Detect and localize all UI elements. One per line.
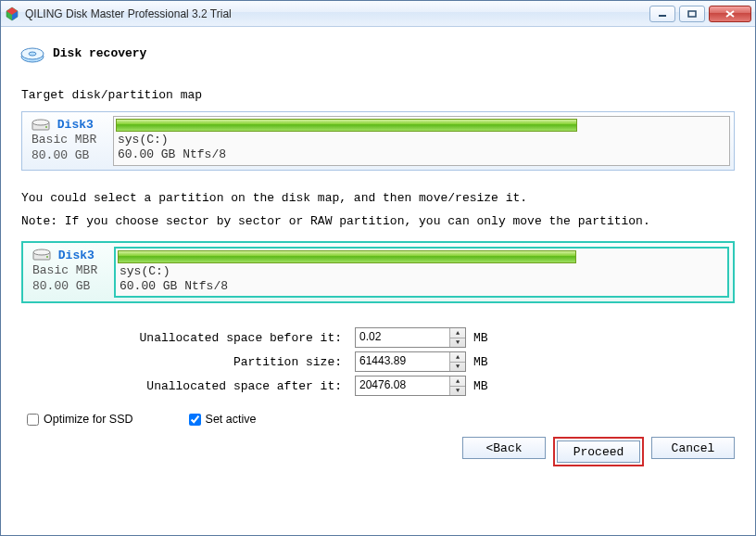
spinner-down-icon[interactable]: ▼: [450, 363, 465, 372]
disk-name: Disk3: [57, 118, 94, 132]
disk-type: Basic MBR: [32, 263, 108, 278]
proceed-button[interactable]: Proceed: [557, 440, 640, 463]
partition-size-label: Partition size:: [21, 355, 355, 369]
note-text: Note: If you choose sector by sector or …: [21, 214, 735, 228]
app-icon: [5, 6, 19, 21]
set-active-checkbox[interactable]: Set active: [189, 413, 257, 426]
back-button[interactable]: <Back: [462, 437, 546, 459]
disk-size: 80.00 GB: [32, 148, 107, 163]
partition-map[interactable]: sys(C:) 60.00 GB Ntfs/8: [113, 116, 730, 166]
spinner-up-icon[interactable]: ▲: [450, 328, 465, 338]
partition-map-selected[interactable]: sys(C:) 60.00 GB Ntfs/8: [114, 247, 729, 299]
svg-point-11: [32, 120, 49, 125]
svg-point-14: [33, 249, 50, 255]
unit-label: MB: [473, 379, 488, 393]
window: QILING Disk Master Professional 3.2 Tria…: [0, 0, 756, 536]
svg-point-15: [46, 256, 48, 258]
titlebar: QILING Disk Master Professional 3.2 Tria…: [1, 1, 755, 27]
disk-recovery-icon: [19, 40, 45, 66]
unallocated-before-input[interactable]: 0.02 ▲ ▼: [355, 327, 466, 348]
partition-label: sys(C:): [118, 133, 725, 147]
unit-label: MB: [473, 355, 488, 369]
optimize-ssd-checkbox[interactable]: Optimize for SSD: [27, 413, 133, 426]
selected-disk-box[interactable]: Disk3 Basic MBR 80.00 GB sys(C:) 60.00 G…: [21, 241, 735, 304]
unallocated-after-input[interactable]: 20476.08 ▲ ▼: [355, 376, 466, 396]
target-disk-box[interactable]: Disk3 Basic MBR 80.00 GB sys(C:) 60.00 G…: [21, 111, 735, 171]
section-label: Target disk/partition map: [21, 88, 735, 102]
spinner-up-icon[interactable]: ▲: [450, 352, 465, 363]
window-title: QILING Disk Master Professional 3.2 Tria…: [25, 7, 232, 20]
proceed-highlight: Proceed: [553, 437, 644, 466]
close-button[interactable]: [709, 6, 751, 22]
partition-size: 60.00 GB Ntfs/8: [120, 279, 724, 294]
page-title: Disk recovery: [53, 46, 146, 60]
svg-point-9: [29, 52, 36, 56]
hard-drive-icon: [32, 249, 51, 262]
cancel-button[interactable]: Cancel: [651, 437, 735, 459]
spinner-down-icon[interactable]: ▼: [450, 387, 465, 396]
svg-point-12: [45, 126, 47, 128]
spinner-up-icon[interactable]: ▲: [450, 376, 465, 387]
disk-name: Disk3: [58, 249, 94, 262]
partition-size-input[interactable]: 61443.89 ▲ ▼: [355, 351, 466, 372]
unallocated-before-label: Unallocated space before it:: [21, 331, 355, 345]
maximize-button[interactable]: [679, 6, 705, 22]
minimize-button[interactable]: [649, 6, 675, 22]
partition-size: 60.00 GB Ntfs/8: [118, 147, 725, 162]
partition-bar[interactable]: [116, 119, 577, 132]
hard-drive-icon: [32, 119, 50, 132]
svg-rect-4: [688, 11, 696, 17]
svg-rect-3: [659, 15, 666, 17]
info-text: You could select a partition on the disk…: [21, 191, 735, 205]
unallocated-after-label: Unallocated space after it:: [21, 379, 355, 393]
disk-size: 80.00 GB: [32, 279, 108, 294]
disk-type: Basic MBR: [32, 133, 107, 147]
partition-bar[interactable]: [118, 250, 576, 263]
unit-label: MB: [473, 331, 488, 345]
partition-label: sys(C:): [120, 264, 724, 279]
spinner-down-icon[interactable]: ▼: [450, 338, 465, 348]
